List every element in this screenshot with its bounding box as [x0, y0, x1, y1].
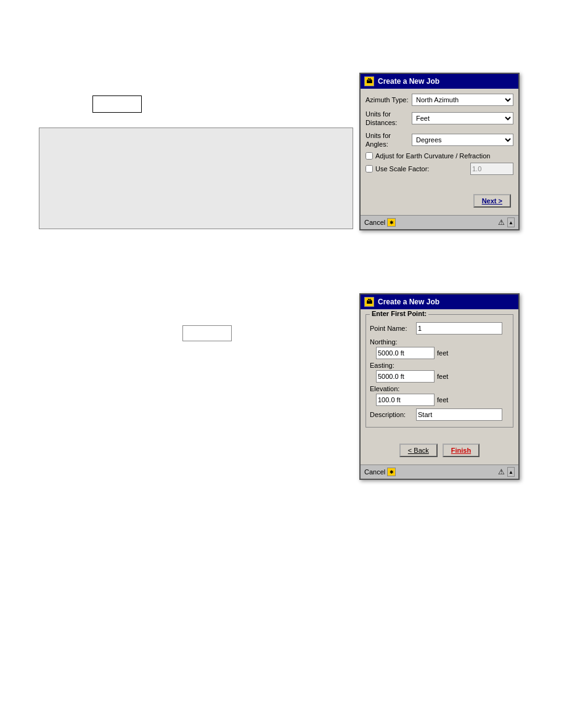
- easting-row: feet: [370, 370, 509, 383]
- northing-label: Northing:: [370, 338, 509, 346]
- units-distances-select[interactable]: Feet Meters: [412, 112, 513, 124]
- dialog2-cancel-icon: ✱: [387, 468, 396, 476]
- description-input[interactable]: [416, 408, 502, 421]
- dialog2-footer: Cancel ✱ ⚠ ▲: [361, 465, 518, 479]
- dialog2-button-row: < Back Finish: [365, 440, 513, 460]
- dialog2-body: Enter First Point: Point Name: Northing:…: [361, 309, 518, 465]
- description-label: Description:: [370, 411, 416, 418]
- dialog2-warning-icon: ⚠: [496, 467, 506, 477]
- dialog1-scroll-up[interactable]: ▲: [507, 217, 515, 227]
- scale-factor-checkbox[interactable]: [365, 165, 373, 172]
- units-angles-row: Units for Angles: Degrees Radians Grads: [365, 131, 513, 149]
- dialog2-scroll-up[interactable]: ▲: [507, 467, 515, 477]
- enter-first-point-group: Enter First Point: Point Name: Northing:…: [365, 314, 513, 428]
- dialog1-footer: Cancel ✱ ⚠ ▲: [361, 215, 518, 229]
- dialog1-warning-icon: ⚠: [496, 217, 506, 227]
- earth-curvature-row: Adjust for Earth Curvature / Refraction: [365, 152, 513, 160]
- point-name-input[interactable]: [416, 322, 502, 335]
- units-angles-select[interactable]: Degrees Radians Grads: [412, 134, 513, 146]
- dialog1-footer-right: ⚠ ▲: [496, 217, 515, 227]
- scale-factor-label: Use Scale Factor:: [375, 165, 468, 172]
- create-job-dialog-2: 🏔 Create a New Job Enter First Point: Po…: [359, 293, 520, 480]
- northing-unit: feet: [437, 349, 448, 357]
- back-button[interactable]: < Back: [399, 444, 438, 457]
- dialog2-cancel[interactable]: Cancel ✱: [364, 468, 396, 476]
- description-row: Description:: [370, 408, 509, 421]
- units-angles-label: Units for Angles:: [365, 131, 412, 149]
- elevation-unit: feet: [437, 396, 448, 404]
- dialog1-body: Azimuth Type: North Azimuth South Azimut…: [361, 89, 518, 215]
- dialog2-footer-right: ⚠ ▲: [496, 467, 515, 477]
- group-title: Enter First Point:: [370, 310, 428, 317]
- easting-label: Easting:: [370, 362, 509, 369]
- northing-input[interactable]: [376, 347, 435, 359]
- scale-factor-row: Use Scale Factor:: [365, 163, 513, 175]
- canvas-rect-1: [92, 95, 142, 113]
- units-distances-row: Units for Distances: Feet Meters: [365, 110, 513, 128]
- dialog1-button-row: Next >: [365, 190, 513, 210]
- units-distances-label: Units for Distances:: [365, 110, 412, 128]
- create-job-dialog-1: 🏔 Create a New Job Azimuth Type: North A…: [359, 73, 520, 230]
- elevation-row: feet: [370, 394, 509, 406]
- finish-button[interactable]: Finish: [443, 444, 480, 457]
- dialog1-cancel-icon: ✱: [387, 218, 396, 227]
- dialog1-title-icon: 🏔: [364, 76, 374, 86]
- point-name-label: Point Name:: [370, 325, 416, 332]
- dialog2-title-icon: 🏔: [364, 297, 374, 307]
- dialog2-title-text: Create a New Job: [378, 298, 439, 306]
- dialog2-cancel-label: Cancel: [364, 468, 385, 476]
- scale-factor-input[interactable]: [470, 163, 513, 175]
- azimuth-type-label: Azimuth Type:: [365, 95, 412, 104]
- northing-row: feet: [370, 347, 509, 359]
- point-name-row: Point Name:: [370, 322, 509, 335]
- dialog1-cancel-label: Cancel: [364, 219, 385, 226]
- easting-input[interactable]: [376, 370, 435, 383]
- dialog2-title-bar: 🏔 Create a New Job: [361, 294, 518, 309]
- earth-curvature-checkbox[interactable]: [365, 152, 373, 160]
- dialog1-cancel[interactable]: Cancel ✱: [364, 218, 396, 227]
- canvas-rect-3: [182, 325, 232, 341]
- easting-unit: feet: [437, 373, 448, 380]
- azimuth-type-row: Azimuth Type: North Azimuth South Azimut…: [365, 94, 513, 106]
- next-button[interactable]: Next >: [473, 194, 511, 208]
- elevation-label: Elevation:: [370, 385, 509, 392]
- earth-curvature-label: Adjust for Earth Curvature / Refraction: [375, 152, 513, 160]
- canvas-rect-2: [39, 128, 353, 229]
- elevation-input[interactable]: [376, 394, 435, 406]
- azimuth-type-select[interactable]: North Azimuth South Azimuth: [412, 94, 513, 106]
- dialog1-title-text: Create a New Job: [378, 77, 439, 86]
- dialog1-title-bar: 🏔 Create a New Job: [361, 74, 518, 89]
